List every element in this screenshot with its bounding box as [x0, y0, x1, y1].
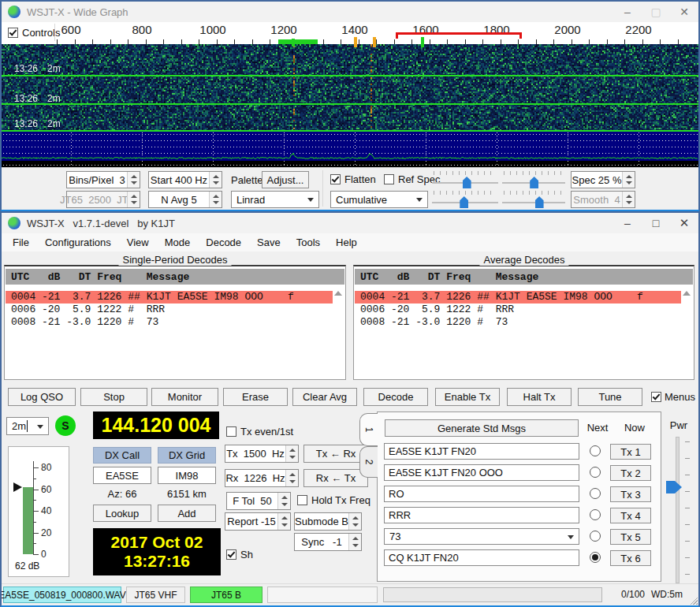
- menus-checkbox[interactable]: [651, 392, 661, 402]
- ref-spec-checkbox[interactable]: [384, 174, 394, 184]
- spinner-arrows-icon[interactable]: [209, 192, 222, 207]
- tx3-next-radio[interactable]: [590, 488, 601, 499]
- tx6-now-button[interactable]: Tx 6: [610, 550, 651, 566]
- bins-per-pixel-spinner[interactable]: Bins/Pixel 3: [66, 171, 140, 188]
- monitor-button[interactable]: Monitor: [151, 388, 218, 406]
- tab-2[interactable]: 2: [359, 446, 378, 478]
- scrollbar-up-icon[interactable]: [334, 291, 342, 296]
- maximize-button[interactable]: ▢: [642, 2, 670, 22]
- tx5-next-radio[interactable]: [590, 531, 601, 542]
- close-button[interactable]: ✕: [670, 2, 698, 22]
- report-spinner[interactable]: Report -15: [225, 512, 291, 531]
- scrollbar-up-icon[interactable]: [683, 291, 691, 296]
- minimize-button[interactable]: –: [613, 2, 642, 22]
- decode-row[interactable]: 0008 -21 -3.0 1220 # 73: [6, 316, 333, 329]
- spinner-arrows-icon[interactable]: [285, 470, 298, 486]
- menu-view[interactable]: View: [119, 236, 157, 248]
- main-titlebar[interactable]: WSJT-X v1.7.1-devel by K1JT – □ ✕: [2, 213, 698, 233]
- slider-handle[interactable]: [530, 177, 538, 188]
- menu-decode[interactable]: Decode: [198, 236, 249, 248]
- tx4-next-radio[interactable]: [590, 509, 601, 520]
- waterfall-mode-select[interactable]: Cumulative: [330, 191, 428, 208]
- spinner-arrows-icon[interactable]: [348, 534, 361, 550]
- halt-tx-button[interactable]: Halt Tx: [507, 388, 572, 406]
- tx5-message-combo[interactable]: 73: [384, 528, 579, 545]
- tx2-next-radio[interactable]: [590, 467, 601, 478]
- tx-even-checkbox[interactable]: [226, 426, 236, 437]
- palette-adjust-button[interactable]: Adjust...: [262, 171, 309, 188]
- menu-tools[interactable]: Tools: [289, 236, 328, 248]
- dx-call-field[interactable]: EA5SE: [93, 467, 151, 484]
- spinner-arrows-icon[interactable]: [209, 172, 222, 188]
- tx5-now-button[interactable]: Tx 5: [610, 529, 651, 545]
- frequency-scale[interactable]: 6008001000120014001600180020002200: [2, 22, 698, 44]
- decode-row[interactable]: 0006 -20 5.9 1222 # RRR: [6, 304, 333, 316]
- maximize-button[interactable]: □: [642, 213, 670, 233]
- rx-freq-spinner[interactable]: Rx 1226 Hz: [225, 469, 299, 487]
- erase-button[interactable]: Erase: [223, 388, 288, 406]
- resize-grip[interactable]: [689, 596, 698, 605]
- spinner-arrows-icon[interactable]: [285, 445, 298, 462]
- decode-button[interactable]: Decode: [363, 388, 428, 406]
- lookup-button[interactable]: Lookup: [93, 505, 151, 522]
- tx3-now-button[interactable]: Tx 3: [610, 486, 651, 502]
- generate-std-msgs-button[interactable]: Generate Std Msgs: [385, 419, 579, 437]
- stop-button[interactable]: Stop: [80, 388, 147, 406]
- sh-checkbox[interactable]: [226, 549, 236, 560]
- band-select[interactable]: 2m: [6, 417, 49, 435]
- f-tol-spinner[interactable]: F Tol 50: [226, 492, 291, 510]
- hold-tx-freq-checkbox[interactable]: [297, 495, 307, 505]
- flatten-checkbox[interactable]: [330, 174, 341, 184]
- menu-save[interactable]: Save: [249, 236, 289, 248]
- waterfall-display[interactable]: [2, 44, 698, 168]
- menu-configurations[interactable]: Configurations: [37, 236, 119, 248]
- menu-help[interactable]: Help: [328, 236, 365, 248]
- tx1-now-button[interactable]: Tx 1: [610, 444, 651, 460]
- controls-checkbox[interactable]: [8, 28, 18, 38]
- tx1-next-radio[interactable]: [590, 445, 601, 456]
- slider-handle[interactable]: [463, 177, 471, 188]
- decode-row[interactable]: 0006 -20 5.9 1222 # RRR: [355, 304, 681, 316]
- tx3-message-field[interactable]: RO: [384, 486, 579, 502]
- add-button[interactable]: Add: [158, 505, 216, 522]
- tx-freq-spinner[interactable]: Tx 1500 Hz: [225, 445, 299, 463]
- decode-table-body[interactable]: 0004 -21 3.7 1226 ## K1JT EA5SE IM98 OOO…: [6, 287, 344, 378]
- n-avg-spinner[interactable]: N Avg 5: [148, 191, 222, 208]
- decode-row-highlighted[interactable]: 0004 -21 3.7 1226 ## K1JT EA5SE IM98 OOO…: [6, 291, 333, 304]
- start-hz-spinner[interactable]: Start 400 Hz: [148, 171, 222, 188]
- tx6-next-radio[interactable]: [590, 552, 601, 563]
- submode-spinner[interactable]: Submode B: [294, 512, 362, 531]
- palette-select[interactable]: Linrad: [231, 191, 319, 208]
- spinner-arrows-icon[interactable]: [348, 513, 361, 530]
- tx6-message-field[interactable]: CQ K1JT FN20: [384, 549, 579, 566]
- spinner-arrows-icon[interactable]: [622, 172, 635, 188]
- log-qso-button[interactable]: Log QSO: [8, 388, 76, 406]
- tx-from-rx-button[interactable]: Tx ← Rx: [303, 445, 368, 463]
- slider-handle[interactable]: [535, 196, 544, 208]
- tx4-message-field[interactable]: RRR: [384, 507, 579, 523]
- dx-grid-field[interactable]: IM98: [158, 467, 216, 484]
- sync-spinner[interactable]: Sync -1: [294, 533, 362, 551]
- slider-handle[interactable]: [460, 196, 468, 208]
- tab-1[interactable]: 1: [359, 413, 378, 446]
- menu-mode[interactable]: Mode: [157, 236, 199, 248]
- spinner-arrows-icon[interactable]: [127, 172, 140, 188]
- decode-row[interactable]: 0008 -21 -3.0 1220 # 73: [355, 316, 681, 329]
- tx1-message-field[interactable]: EA5SE K1JT FN20: [384, 443, 579, 460]
- menu-file[interactable]: File: [5, 236, 37, 248]
- clear-avg-button[interactable]: Clear Avg: [292, 388, 357, 406]
- tx2-now-button[interactable]: Tx 2: [610, 465, 651, 481]
- decode-table-body[interactable]: 0004 -21 3.7 1226 ## K1JT EA5SE IM98 OOO…: [355, 287, 693, 378]
- enable-tx-button[interactable]: Enable Tx: [435, 388, 500, 406]
- spinner-arrows-icon[interactable]: [277, 493, 290, 509]
- wide-graph-titlebar[interactable]: WSJT-X - Wide Graph – ▢ ✕: [2, 2, 698, 22]
- tx2-message-field[interactable]: EA5SE K1JT FN20 OOO: [384, 464, 579, 481]
- spinner-arrows-icon[interactable]: [277, 513, 290, 530]
- tx4-now-button[interactable]: Tx 4: [610, 508, 651, 523]
- decode-row-highlighted[interactable]: 0004 -21 3.7 1226 ## K1JT EA5SE IM98 OOO…: [355, 291, 681, 304]
- spec-percent-spinner[interactable]: Spec 25 %: [571, 171, 635, 188]
- close-button[interactable]: ✕: [670, 213, 698, 233]
- tune-button[interactable]: Tune: [578, 388, 642, 406]
- minimize-button[interactable]: –: [613, 213, 642, 233]
- rx-from-tx-button[interactable]: Rx ← Tx: [303, 469, 368, 487]
